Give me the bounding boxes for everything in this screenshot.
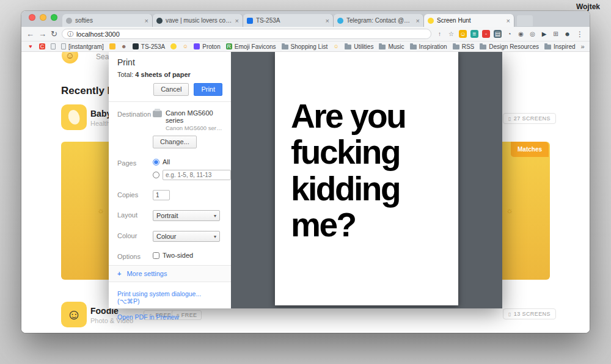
printer-name: Canon MG5600 series bbox=[166, 109, 222, 124]
apps-grid-icon[interactable]: ⊞ bbox=[552, 30, 560, 38]
bookmark-folder-shopping-list[interactable]: Shopping List bbox=[282, 43, 328, 50]
tab-ts-253a[interactable]: TS-253A × bbox=[243, 14, 334, 27]
pin-extension-icon[interactable]: ◦ bbox=[482, 30, 490, 38]
heart-icon: ♥ bbox=[27, 43, 34, 49]
bookmark-star-icon[interactable]: ☆ bbox=[447, 30, 455, 38]
tab-close-icon[interactable]: × bbox=[145, 17, 148, 24]
reload-icon[interactable]: ↻ bbox=[51, 30, 57, 38]
bookmark-folder-music[interactable]: Music bbox=[379, 43, 404, 50]
tab-close-icon[interactable]: × bbox=[326, 17, 329, 24]
colour-value: Colour bbox=[156, 233, 176, 240]
open-pdf-preview-link[interactable]: Open PDF in Preview bbox=[117, 313, 222, 321]
print-preview-dialog: Print Total: 4 sheets of paper Cancel Pr… bbox=[109, 52, 502, 308]
tab-close-icon[interactable]: × bbox=[507, 17, 510, 24]
bookmark-emoji-favicons[interactable]: REmoji Favicons bbox=[226, 43, 276, 50]
zoom-window-button[interactable] bbox=[51, 14, 57, 21]
bookmark-folder-inspired[interactable]: Inspired bbox=[544, 43, 576, 50]
tab-favicon-icon bbox=[428, 18, 434, 24]
matches-badge[interactable]: Matches bbox=[511, 142, 549, 157]
tab-label: vave | music lovers community bbox=[166, 17, 232, 24]
print-settings-panel: Print Total: 4 sheets of paper Cancel Pr… bbox=[109, 52, 231, 308]
two-sided-checkbox[interactable] bbox=[153, 252, 159, 259]
colour-select[interactable]: Colour ▾ bbox=[153, 231, 220, 242]
tab-strip: softies × vave | music lovers community … bbox=[21, 11, 590, 27]
tab-softies[interactable]: softies × bbox=[62, 14, 153, 27]
layers-extension-icon[interactable]: ≡ bbox=[470, 30, 478, 38]
share-icon[interactable]: ↑ bbox=[436, 30, 444, 38]
bookmark-label: Utilities bbox=[354, 43, 373, 50]
browser-menu-icon[interactable]: ⋮ bbox=[575, 30, 585, 38]
copies-input[interactable] bbox=[153, 190, 170, 200]
forward-icon[interactable]: → bbox=[38, 30, 46, 38]
loading-spinner-icon: ☼ bbox=[97, 206, 104, 215]
minimize-window-button[interactable] bbox=[40, 14, 46, 21]
system-dialogue-link[interactable]: Print using system dialogue... (⌥⌘P) bbox=[117, 290, 222, 305]
bookmark-heart[interactable]: ♥ bbox=[27, 43, 34, 49]
printer-icon bbox=[153, 111, 162, 117]
folder-icon bbox=[480, 45, 486, 49]
pages-range-input[interactable] bbox=[163, 170, 231, 180]
bookmark-c-logo[interactable]: C bbox=[39, 43, 45, 49]
bookmark-folder-rss[interactable]: RSS bbox=[453, 43, 475, 50]
tab-close-icon[interactable]: × bbox=[235, 17, 239, 24]
bookmark-instantgram[interactable]: [instantgram] bbox=[61, 43, 104, 50]
bookmark-person[interactable]: ☻ bbox=[121, 43, 127, 49]
extension-icons: ↑ ☆ ☺ ≡ ◦ ▤ ◔ ◉ ◎ ▶ ⊞ ☻ ⋮ bbox=[436, 30, 585, 38]
bookmark-yellow-app[interactable] bbox=[109, 43, 115, 49]
bookmark-proton[interactable]: Proton bbox=[194, 43, 220, 50]
tab-favicon-icon bbox=[156, 18, 163, 24]
bookmark-folder-inspiration[interactable]: Inspiration bbox=[410, 43, 447, 50]
pages-all-option[interactable]: All bbox=[153, 158, 222, 166]
two-sided-option[interactable]: Two-sided bbox=[153, 252, 222, 259]
print-button[interactable]: Print bbox=[194, 83, 222, 96]
pages-range-radio[interactable] bbox=[153, 172, 159, 178]
bookmarks-overflow-icon[interactable]: » bbox=[581, 43, 585, 50]
app-icon-foodie[interactable]: ☺ bbox=[61, 302, 87, 327]
cancel-button[interactable]: Cancel bbox=[153, 83, 189, 96]
screens-count-badge[interactable]: ▯ 27 SCREENS bbox=[503, 113, 556, 124]
bookmark-smiley-2[interactable]: ☺ bbox=[333, 43, 339, 49]
reader-extension-icon[interactable]: ▤ bbox=[494, 30, 502, 38]
browser-window: softies × vave | music lovers community … bbox=[21, 11, 590, 333]
emoji-extension-icon[interactable]: ☺ bbox=[459, 30, 467, 38]
more-settings-button[interactable]: + More settings bbox=[109, 265, 231, 282]
layout-select[interactable]: Portrait ▾ bbox=[153, 210, 220, 221]
camera-extension-icon[interactable]: ◎ bbox=[529, 30, 536, 38]
screen-icon: ▯ bbox=[508, 116, 511, 122]
tab-vave[interactable]: vave | music lovers community × bbox=[153, 14, 243, 27]
screens-count-badge[interactable]: ▯ 13 SCREENS bbox=[503, 308, 556, 319]
folder-icon bbox=[453, 45, 459, 49]
tab-favicon-icon bbox=[66, 18, 72, 24]
pages-range-option[interactable] bbox=[153, 170, 222, 180]
person-icon: ☻ bbox=[121, 43, 127, 49]
site-info-icon[interactable]: ⓘ bbox=[67, 30, 73, 38]
profile-avatar-icon[interactable]: ☻ bbox=[563, 30, 571, 38]
history-icon[interactable]: ◔ bbox=[505, 30, 513, 38]
app-icon-baby[interactable] bbox=[61, 104, 87, 130]
bookmark-folder-design-resources[interactable]: Design Resources bbox=[480, 43, 539, 50]
copies-label: Copies bbox=[117, 190, 153, 200]
tab-close-icon[interactable]: × bbox=[416, 17, 420, 24]
folder-icon bbox=[345, 45, 351, 49]
change-destination-button[interactable]: Change... bbox=[153, 136, 197, 148]
bookmark-smiley[interactable]: ☺ bbox=[182, 43, 188, 49]
bookmark-yellow-circle[interactable] bbox=[170, 43, 177, 49]
page-content: ☺ Search Recently Hu Baby Health... ▯ 27… bbox=[21, 52, 590, 333]
bookmark-folder-utilities[interactable]: Utilities bbox=[345, 43, 373, 50]
bookmark-ts-253a[interactable]: TS-253A bbox=[133, 43, 165, 50]
nas-icon bbox=[133, 43, 139, 49]
tab-telegram[interactable]: Telegram: Contact @wipchat × bbox=[334, 14, 424, 27]
pages-all-radio[interactable] bbox=[153, 159, 159, 166]
eye-extension-icon[interactable]: ◉ bbox=[517, 30, 525, 38]
bookmark-label: Music bbox=[388, 43, 404, 50]
back-icon[interactable]: ← bbox=[26, 30, 34, 38]
pointer-extension-icon[interactable]: ▶ bbox=[540, 30, 548, 38]
new-tab-button[interactable] bbox=[517, 15, 533, 26]
folder-icon bbox=[544, 45, 551, 49]
tab-screen-hunt[interactable]: Screen Hunt × bbox=[424, 14, 514, 27]
bookmark-doc[interactable] bbox=[51, 43, 56, 49]
close-window-button[interactable] bbox=[29, 14, 35, 21]
address-bar[interactable]: ⓘ localhost:3000 bbox=[62, 29, 431, 39]
bookmark-label: RSS bbox=[462, 43, 475, 50]
folder-icon bbox=[282, 45, 288, 49]
